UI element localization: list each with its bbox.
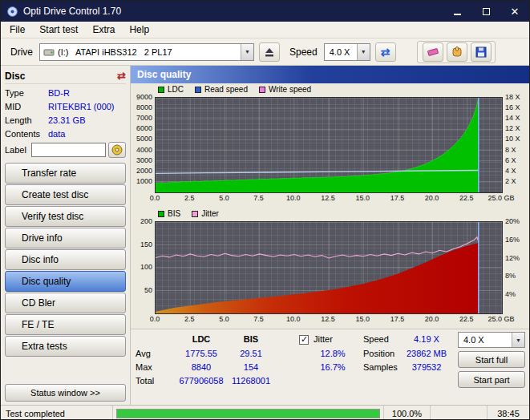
status-window-button[interactable]: Status window >> — [5, 384, 126, 402]
axis-tick: 6 X — [505, 157, 529, 164]
progress-fill — [117, 410, 379, 418]
axis-tick: 12.5 — [321, 316, 335, 323]
progress-percent: 100.0% — [384, 406, 431, 420]
menu-help[interactable]: Help — [122, 22, 156, 38]
field-label: MID — [5, 102, 48, 111]
stats-panel: LDC BIS Jitter Speed 4.19 X Avg 1775.55 … — [131, 329, 529, 405]
maximize-button[interactable] — [471, 1, 500, 22]
axis-tick: 0.0 — [150, 316, 160, 323]
axis-tick: 20.0 — [425, 316, 439, 323]
label-row: Label — [5, 140, 126, 160]
axis-tick: 25.0 GB — [488, 316, 514, 323]
legend-ldc: LDC — [158, 85, 184, 94]
test-speed-select[interactable]: 4.0 X ▼ — [458, 332, 525, 348]
field-value-contents[interactable]: data — [48, 129, 65, 139]
max-row-label: Max — [136, 362, 152, 372]
axis-tick: 6000 — [131, 125, 152, 132]
sidebar-button-fe-te[interactable]: FE / TE — [5, 314, 126, 335]
status-text: Test completed — [1, 406, 113, 420]
legend-write-speed: Write speed — [259, 85, 311, 94]
sidebar-button-create-test-disc[interactable]: Create test disc — [5, 184, 126, 205]
disc-field-mid: MIDRITEKBR1 (000) — [5, 99, 126, 113]
axis-tick: 20% — [505, 218, 529, 225]
refresh-button[interactable]: ⇄ — [375, 42, 396, 62]
axis-tick: 14 X — [505, 115, 529, 122]
main-panel: Disc quality LDCRead speedWrite speed 10… — [131, 66, 529, 405]
start-part-button[interactable]: Start part — [458, 371, 525, 388]
statusbar-spacer — [431, 406, 488, 420]
drive-select[interactable]: (I:) ATAPI iHBS312 2 PL17 ▼ — [39, 43, 254, 61]
start-full-button[interactable]: Start full — [458, 351, 525, 368]
field-label: Type — [5, 88, 48, 98]
sidebar-button-disc-quality[interactable]: Disc quality — [5, 271, 126, 292]
axis-tick: 4000 — [131, 147, 152, 154]
axis-tick: 0.0 — [150, 195, 160, 202]
progress-bar — [113, 406, 384, 420]
elapsed-time: 38:45 — [488, 406, 529, 420]
axis-tick: 100 — [131, 264, 152, 271]
axis-tick: 50 — [131, 287, 152, 294]
save-button[interactable] — [471, 42, 492, 62]
axis-tick: 12 X — [505, 125, 529, 132]
speed-stat-value: 4.19 X — [397, 334, 456, 344]
label-field-label: Label — [5, 145, 29, 155]
axis-tick: 12% — [505, 255, 529, 262]
close-button[interactable]: ✕ — [500, 1, 529, 22]
disc-info-fields: TypeBD-RMIDRITEKBR1 (000)Length23.31 GBC… — [5, 86, 126, 140]
total-bis-value: 11268001 — [220, 376, 281, 386]
bis-column-header: BIS — [220, 334, 281, 344]
axis-tick: 15.0 — [355, 195, 370, 202]
eject-button[interactable] — [259, 42, 280, 62]
total-row-label: Total — [136, 376, 154, 386]
disc-field-length: Length23.31 GB — [5, 113, 126, 127]
speed-stat-label: Speed — [363, 334, 389, 344]
ldc-plot-area — [155, 97, 503, 193]
disc-label-button[interactable] — [108, 142, 126, 158]
axis-tick: 5000 — [131, 135, 152, 143]
hand-icon — [451, 46, 463, 58]
bis-swatch-icon — [158, 211, 164, 217]
erase-disc-button[interactable] — [423, 42, 443, 62]
axis-tick: 2.5 — [184, 195, 195, 202]
sidebar-button-disc-info[interactable]: Disc info — [5, 249, 126, 270]
rescan-disc-button[interactable]: ⇄ — [117, 70, 126, 82]
axis-tick: 8000 — [131, 104, 152, 111]
position-value: 23862 MB — [397, 349, 456, 358]
quick-erase-button[interactable] — [447, 42, 467, 62]
sidebar-button-drive-info[interactable]: Drive info — [5, 228, 126, 248]
axis-tick: 7.5 — [253, 316, 264, 323]
position-label: Position — [363, 349, 394, 358]
menu-extra[interactable]: Extra — [85, 22, 122, 38]
speed-select-value: 4.0 X — [330, 47, 350, 57]
legend-read-speed: Read speed — [195, 85, 248, 94]
axis-tick: 25.0 GB — [488, 195, 514, 202]
axis-tick: 22.5 — [459, 316, 474, 323]
minimize-button[interactable] — [443, 1, 471, 22]
legend-label: LDC — [168, 85, 184, 94]
label-input[interactable] — [31, 143, 106, 157]
legend-label: Read speed — [204, 85, 248, 94]
axis-tick: 10.0 — [286, 195, 301, 202]
axis-tick: 1000 — [131, 178, 152, 185]
axis-tick: 8% — [505, 273, 529, 280]
axis-tick: 17.5 — [390, 195, 405, 202]
sidebar-button-cd-bler[interactable]: CD Bler — [5, 293, 126, 313]
samples-label: Samples — [363, 362, 398, 372]
disc-field-contents: Contentsdata — [5, 127, 126, 140]
bis-jitter-chart: 501001502004%8%12%16%20%0.02.55.07.510.0… — [131, 220, 529, 329]
content-area: Disc ⇄ TypeBD-RMIDRITEKBR1 (000)Length23… — [1, 66, 529, 405]
axis-tick: 4 X — [505, 168, 529, 175]
speed-select[interactable]: 4.0 X ▼ — [324, 43, 370, 61]
eject-icon — [264, 46, 275, 58]
eraser-icon — [427, 46, 439, 58]
menu-start-test[interactable]: Start test — [32, 22, 85, 38]
axis-tick: 15.0 — [355, 316, 370, 323]
legend-jitter: Jitter — [192, 209, 219, 218]
axis-tick: 22.5 — [459, 195, 474, 202]
legend-bis: BIS — [158, 209, 180, 218]
sidebar-button-transfer-rate[interactable]: Transfer rate — [5, 163, 126, 184]
sidebar-button-verify-test-disc[interactable]: Verify test disc — [5, 206, 126, 227]
jitter-checkbox[interactable] — [299, 335, 309, 345]
menu-file[interactable]: File — [2, 22, 32, 38]
sidebar-button-extra-tests[interactable]: Extra tests — [5, 336, 126, 357]
